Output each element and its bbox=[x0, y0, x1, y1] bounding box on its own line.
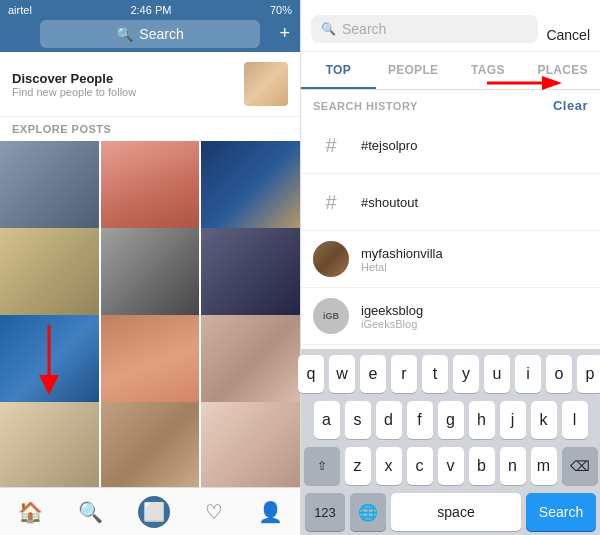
left-search-bar[interactable]: 🔍 Search bbox=[40, 20, 260, 48]
add-button[interactable]: + bbox=[279, 23, 290, 44]
photo-cell[interactable] bbox=[201, 228, 300, 327]
history-item-text: myfashionvilla Hetal bbox=[361, 246, 443, 273]
key-n[interactable]: n bbox=[500, 447, 526, 485]
discover-title: Discover People bbox=[12, 71, 136, 86]
photo-cell[interactable] bbox=[0, 402, 99, 487]
backspace-key[interactable]: ⌫ bbox=[562, 447, 598, 485]
space-key[interactable]: space bbox=[391, 493, 521, 531]
photo-cell[interactable] bbox=[101, 402, 200, 487]
key-a[interactable]: a bbox=[314, 401, 340, 439]
key-u[interactable]: u bbox=[484, 355, 510, 393]
right-search-bar[interactable]: 🔍 Search bbox=[311, 15, 538, 43]
key-h[interactable]: h bbox=[469, 401, 495, 439]
list-item[interactable]: myfashionvilla Hetal bbox=[301, 231, 600, 288]
left-carrier: airtel bbox=[8, 4, 32, 16]
photo-cell[interactable] bbox=[0, 141, 99, 240]
history-item-title: myfashionvilla bbox=[361, 246, 443, 261]
key-g[interactable]: g bbox=[438, 401, 464, 439]
photo-grid bbox=[0, 141, 300, 487]
history-item-text: #shoutout bbox=[361, 195, 418, 210]
key-t[interactable]: t bbox=[422, 355, 448, 393]
search-icon: 🔍 bbox=[321, 22, 336, 36]
keyboard-row-1: q w e r t y u i o p bbox=[305, 355, 596, 393]
search-placeholder: Search bbox=[342, 21, 386, 37]
list-item[interactable]: # #shoutout bbox=[301, 174, 600, 231]
right-header: 🔍 Search Cancel bbox=[301, 0, 600, 52]
svg-marker-3 bbox=[542, 76, 562, 90]
num-key[interactable]: 123 bbox=[305, 493, 345, 531]
key-i[interactable]: i bbox=[515, 355, 541, 393]
key-v[interactable]: v bbox=[438, 447, 464, 485]
tab-people[interactable]: PEOPLE bbox=[376, 52, 451, 89]
key-x[interactable]: x bbox=[376, 447, 402, 485]
photo-cell[interactable] bbox=[0, 228, 99, 327]
photo-cell[interactable] bbox=[201, 402, 300, 487]
history-item-sub: Hetal bbox=[361, 261, 443, 273]
hashtag-icon: # bbox=[313, 184, 349, 220]
heart-nav-icon[interactable]: ♡ bbox=[205, 500, 223, 524]
avatar bbox=[313, 241, 349, 277]
key-f[interactable]: f bbox=[407, 401, 433, 439]
explore-label: EXPLORE POSTS bbox=[0, 117, 300, 141]
home-nav-icon[interactable]: 🏠 bbox=[18, 500, 43, 524]
photo-cell[interactable] bbox=[201, 141, 300, 240]
history-item-text: #tejsolpro bbox=[361, 138, 417, 153]
history-item-text: igeeksblog iGeeksBlog bbox=[361, 303, 423, 330]
key-s[interactable]: s bbox=[345, 401, 371, 439]
search-key[interactable]: Search bbox=[526, 493, 596, 531]
svg-marker-1 bbox=[39, 375, 59, 395]
red-arrow-clear-icon bbox=[482, 68, 572, 98]
camera-nav-icon[interactable]: ⬜ bbox=[138, 496, 170, 528]
key-l[interactable]: l bbox=[562, 401, 588, 439]
right-panel: airtel 2:46 PM 70% 🔍 Search Cancel TOP P… bbox=[300, 0, 600, 535]
left-header: airtel 2:46 PM 70% 🔍 Search + bbox=[0, 0, 300, 52]
list-item[interactable]: iGB igeeksblog iGeeksBlog bbox=[301, 288, 600, 345]
key-m[interactable]: m bbox=[531, 447, 557, 485]
key-w[interactable]: w bbox=[329, 355, 355, 393]
history-item-title: #shoutout bbox=[361, 195, 418, 210]
key-e[interactable]: e bbox=[360, 355, 386, 393]
left-status-bar: airtel 2:46 PM 70% bbox=[0, 0, 300, 20]
keyboard-row-2: a s d f g h j k l bbox=[305, 401, 596, 439]
key-j[interactable]: j bbox=[500, 401, 526, 439]
hashtag-icon: # bbox=[313, 127, 349, 163]
photo-cell[interactable] bbox=[101, 141, 200, 240]
globe-key[interactable]: 🌐 bbox=[350, 493, 386, 531]
list-item[interactable]: # #tejsolpro bbox=[301, 117, 600, 174]
history-item-sub: iGeeksBlog bbox=[361, 318, 423, 330]
clear-button[interactable]: Clear bbox=[553, 98, 588, 113]
discover-subtitle: Find new people to follow bbox=[12, 86, 136, 98]
key-z[interactable]: z bbox=[345, 447, 371, 485]
search-history-label: SEARCH HISTORY bbox=[313, 100, 418, 112]
key-d[interactable]: d bbox=[376, 401, 402, 439]
key-q[interactable]: q bbox=[298, 355, 324, 393]
search-nav-icon[interactable]: 🔍 bbox=[78, 500, 103, 524]
left-panel: airtel 2:46 PM 70% 🔍 Search + Discover P… bbox=[0, 0, 300, 535]
key-b[interactable]: b bbox=[469, 447, 495, 485]
key-c[interactable]: c bbox=[407, 447, 433, 485]
cancel-button[interactable]: Cancel bbox=[546, 27, 590, 43]
photo-cell[interactable] bbox=[201, 315, 300, 414]
left-time: 2:46 PM bbox=[130, 4, 171, 16]
search-icon: 🔍 bbox=[116, 26, 133, 42]
key-k[interactable]: k bbox=[531, 401, 557, 439]
left-bottom-nav: 🏠 🔍 ⬜ ♡ 👤 bbox=[0, 487, 300, 535]
photo-cell[interactable] bbox=[101, 228, 200, 327]
history-list: # #tejsolpro # #shoutout myfashionvilla … bbox=[301, 117, 600, 349]
key-y[interactable]: y bbox=[453, 355, 479, 393]
shift-key[interactable]: ⇧ bbox=[304, 447, 340, 485]
keyboard: q w e r t y u i o p a s d f g h j k l ⇧ … bbox=[301, 349, 600, 535]
avatar: iGB bbox=[313, 298, 349, 334]
photo-cell[interactable] bbox=[101, 315, 200, 414]
discover-text: Discover People Find new people to follo… bbox=[12, 71, 136, 98]
red-arrow-down-icon bbox=[34, 325, 64, 395]
tab-top[interactable]: TOP bbox=[301, 52, 376, 89]
key-o[interactable]: o bbox=[546, 355, 572, 393]
left-battery: 70% bbox=[270, 4, 292, 16]
key-r[interactable]: r bbox=[391, 355, 417, 393]
photo-cell[interactable] bbox=[0, 315, 99, 414]
profile-nav-icon[interactable]: 👤 bbox=[258, 500, 283, 524]
history-item-title: igeeksblog bbox=[361, 303, 423, 318]
key-p[interactable]: p bbox=[577, 355, 600, 393]
discover-avatar bbox=[244, 62, 288, 106]
